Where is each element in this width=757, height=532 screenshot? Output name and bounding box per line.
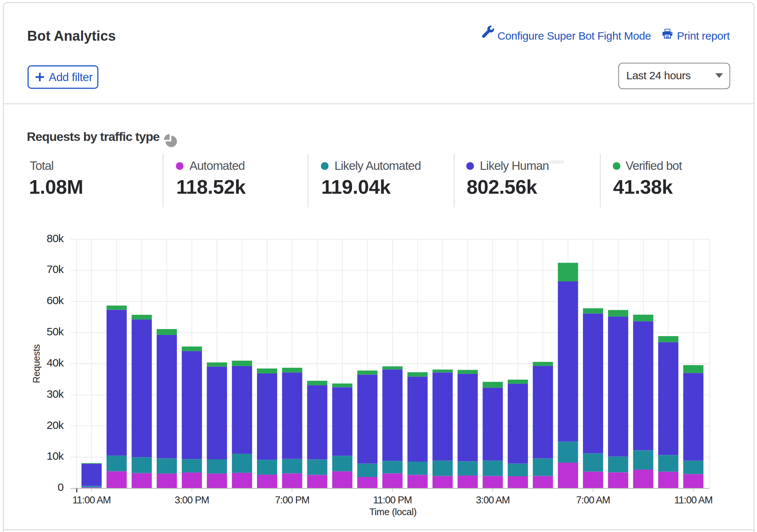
svg-text:10k: 10k xyxy=(47,450,64,462)
svg-text:40k: 40k xyxy=(47,357,64,369)
svg-text:3:00 PM: 3:00 PM xyxy=(175,495,209,506)
svg-text:11:00 PM: 11:00 PM xyxy=(373,495,412,506)
svg-text:3:00 AM: 3:00 AM xyxy=(476,495,510,506)
svg-text:20k: 20k xyxy=(47,419,64,431)
svg-text:60k: 60k xyxy=(47,294,64,306)
svg-text:30k: 30k xyxy=(47,388,64,400)
svg-text:11:00 AM: 11:00 AM xyxy=(72,495,111,506)
svg-text:7:00 AM: 7:00 AM xyxy=(576,495,610,506)
svg-text:0: 0 xyxy=(58,481,64,493)
svg-text:70k: 70k xyxy=(47,263,64,275)
svg-text:80k: 80k xyxy=(47,232,64,244)
svg-text:Time (local): Time (local) xyxy=(369,506,417,517)
svg-text:7:00 PM: 7:00 PM xyxy=(275,495,309,506)
svg-text:Requests: Requests xyxy=(31,344,42,383)
svg-text:11:00 AM: 11:00 AM xyxy=(674,495,713,506)
svg-text:50k: 50k xyxy=(47,325,64,338)
